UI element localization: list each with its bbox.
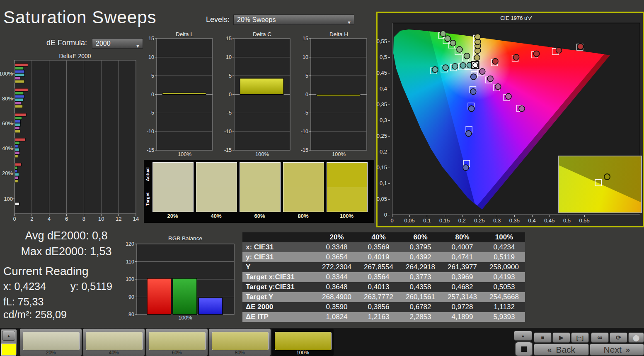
svg-text:0: 0 [305, 92, 308, 98]
table-value: 0,3348 [316, 242, 358, 252]
magenta-measured-point [479, 68, 485, 74]
expand-up-button[interactable]: ▲ [2, 331, 15, 341]
cie-axis-tick-label: 0,55 [371, 38, 387, 45]
column-header: 60% [399, 232, 441, 242]
swatch-label: 100% [327, 213, 367, 219]
table-value: 0,3344 [316, 272, 358, 282]
svg-text:100%: 100% [332, 151, 346, 157]
green-bar [15, 141, 20, 144]
row-label: Target x:CIE31 [242, 272, 316, 282]
actual-row-label: Actual [145, 162, 151, 187]
green-bar [15, 67, 24, 70]
de-formula-value: 2000 [96, 40, 111, 47]
patch-button-20%[interactable]: 20% [20, 329, 82, 356]
delta-l-chart: Delta L151050-5-10-15100% [146, 32, 215, 159]
table-value: 268,4900 [316, 292, 358, 302]
de-formula-dropdown[interactable]: 2000 ▼ [92, 38, 143, 49]
patch-button-100%[interactable]: 100% [272, 329, 334, 356]
magenta-bar [15, 127, 20, 129]
cie-axis-tickmark [479, 215, 480, 217]
actual-swatch [283, 163, 324, 187]
delta_l-bar [162, 93, 206, 95]
swatch-cell-40% [196, 162, 237, 212]
row-label: y: CIE31 [242, 252, 316, 262]
next-button[interactable]: Next » [590, 344, 644, 356]
table-row: y: CIE310,36540,40190,43920,47410,5119 [242, 252, 525, 262]
back-chevron-icon: « [547, 345, 552, 354]
patch-button-40%[interactable]: 40% [83, 329, 145, 356]
svg-text:100%: 100% [0, 71, 13, 77]
table-value: 0,4007 [441, 242, 483, 252]
dot-icon: ⬤ [633, 334, 639, 341]
table-value: 0,4741 [441, 252, 483, 262]
white-point-measured [473, 63, 478, 68]
cie-axis-tick-label: 0,05 [371, 196, 387, 202]
current-pattern-color-swatch [1, 344, 16, 356]
svg-text:-15: -15 [147, 147, 154, 153]
bottom-pattern-bar: ▲ ▲ ■ ▶ [··] ∞ ⟳ ⬤ « Back Next » 20%40%6… [0, 328, 644, 356]
cie-axis-tick-label: 0,05 [401, 217, 418, 224]
target-row-label: Target [145, 187, 151, 212]
svg-text:10: 10 [303, 54, 308, 60]
table-value: 1,2163 [358, 312, 399, 322]
patch-swatch [212, 332, 269, 350]
yellow-bar [15, 130, 20, 133]
cyan-measured-point [460, 63, 466, 68]
levels-dropdown[interactable]: 20% Sweeps ▼ [233, 15, 354, 25]
green-measured-point [445, 36, 450, 41]
continuous-read-button[interactable]: ∞ [591, 332, 609, 343]
table-value: 0,3654 [316, 252, 358, 262]
green-measured-point [464, 53, 470, 59]
patch-button-80%[interactable]: 80% [209, 329, 271, 356]
row-label: Y [242, 262, 316, 272]
stop-button[interactable]: ■ [534, 332, 552, 343]
red-measured-point [513, 54, 519, 60]
actual-swatch [153, 163, 193, 187]
target-swatch [153, 187, 193, 212]
expand-up-button-right[interactable]: ▲ [514, 331, 532, 341]
cie-axis-tick-label: 0,15 [371, 164, 387, 171]
green-measured-point [457, 46, 462, 52]
column-header: 40% [358, 232, 399, 242]
table-value: 0,5053 [483, 282, 525, 292]
red-measured-point [578, 44, 583, 49]
target-swatch [196, 187, 237, 212]
svg-text:90: 90 [128, 294, 134, 300]
cie-axis-tickmark [392, 215, 392, 217]
cie-axis-tickmark [445, 215, 445, 217]
patch-label: 100% [272, 350, 334, 356]
table-value: 0,4392 [399, 252, 441, 262]
cie-axis-tick-label: 0,3 [489, 217, 505, 224]
table-value: 0,6782 [399, 302, 441, 312]
table-header-row: 20%40%60%80%100% [242, 232, 525, 242]
svg-text:100: 100 [126, 276, 134, 282]
chevron-down-icon: ▼ [347, 17, 351, 25]
pattern-window-button[interactable]: [··] [571, 332, 589, 343]
table-row: ΔE ITP1,08241,21632,28534,18995,9393 [242, 312, 525, 322]
green-measured-point [450, 40, 456, 46]
fl-reading: fL: 75,33 [3, 296, 44, 308]
deltae2000-chart: DeltaE 200002468101214100%80%60%40%20%10… [0, 53, 143, 225]
cie-axis-tick-label: 0,2 [371, 149, 387, 155]
play-button[interactable]: ▶ [552, 332, 570, 343]
table-row: Target x:CIE310,33440,35640,37730,39690,… [242, 272, 525, 282]
patch-label: 40% [83, 350, 145, 356]
magenta-measured-point [506, 93, 511, 99]
max-de2000-reading: Max dE2000: 1,53 [0, 245, 133, 258]
table-value: 0,3969 [441, 272, 483, 282]
back-button[interactable]: « Back [534, 344, 589, 356]
cie-axis-tickmark [497, 215, 497, 217]
pattern-indicator-cluster: ▲ [1, 329, 17, 355]
patch-button-60%[interactable]: 60% [146, 329, 208, 356]
svg-text:10: 10 [148, 54, 154, 60]
loop-button[interactable]: ⟳ [610, 332, 627, 343]
svg-text:Delta L: Delta L [176, 32, 194, 37]
avg-de2000-reading: Avg dE2000: 0,8 [0, 229, 133, 242]
cie-axis-tickmark [388, 73, 390, 73]
pattern-stop-button[interactable] [515, 341, 533, 356]
cie-axis-tick-label: 0,25 [471, 217, 488, 224]
target-swatch [240, 187, 280, 212]
blue-measured-point [466, 131, 472, 137]
record-dot-button[interactable]: ⬤ [628, 332, 644, 343]
patch-label: 60% [146, 350, 208, 356]
